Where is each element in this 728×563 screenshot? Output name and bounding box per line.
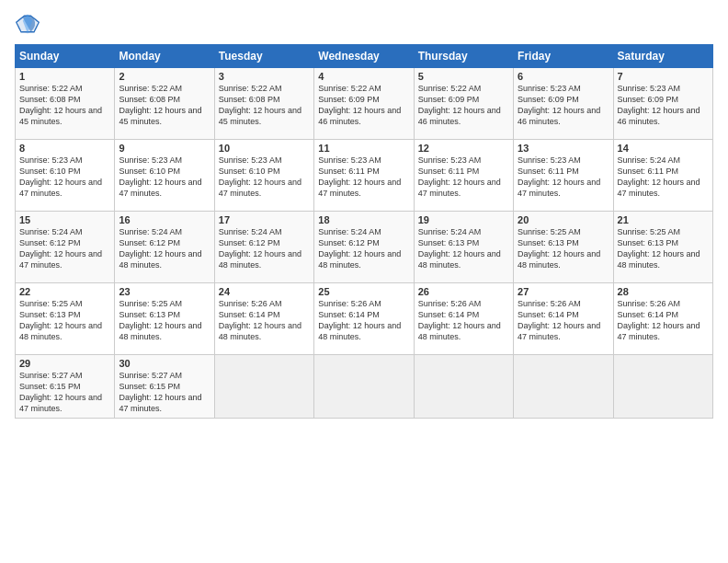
logo-icon [15,11,40,37]
calendar-header-row: Sunday Monday Tuesday Wednesday Thursday… [16,45,713,68]
day-number: 23 [119,286,210,297]
table-row: 21Sunrise: 5:25 AM Sunset: 6:13 PM Dayli… [613,212,712,283]
day-number: 22 [19,286,110,297]
day-number: 30 [119,358,210,369]
day-info: Sunrise: 5:25 AM Sunset: 6:13 PM Dayligh… [119,298,210,343]
col-monday: Monday [115,45,214,68]
table-row: 13Sunrise: 5:23 AM Sunset: 6:11 PM Dayli… [514,140,613,212]
table-row: 17Sunrise: 5:24 AM Sunset: 6:12 PM Dayli… [214,212,313,283]
col-saturday: Saturday [613,45,712,68]
day-info: Sunrise: 5:24 AM Sunset: 6:12 PM Dayligh… [219,226,310,271]
day-info: Sunrise: 5:22 AM Sunset: 6:08 PM Dayligh… [19,83,110,128]
day-info: Sunrise: 5:25 AM Sunset: 6:13 PM Dayligh… [618,226,709,271]
day-info: Sunrise: 5:24 AM Sunset: 6:11 PM Dayligh… [618,155,709,200]
col-sunday: Sunday [16,45,115,68]
day-number: 4 [318,71,409,82]
day-info: Sunrise: 5:23 AM Sunset: 6:10 PM Dayligh… [119,155,210,200]
day-number: 27 [518,286,609,297]
day-info: Sunrise: 5:23 AM Sunset: 6:11 PM Dayligh… [418,155,509,200]
table-row: 30Sunrise: 5:27 AM Sunset: 6:15 PM Dayli… [115,355,214,419]
day-number: 18 [318,214,409,225]
day-number: 26 [418,286,509,297]
table-row: 7Sunrise: 5:23 AM Sunset: 6:09 PM Daylig… [613,68,712,140]
day-info: Sunrise: 5:22 AM Sunset: 6:08 PM Dayligh… [119,83,210,128]
day-number: 9 [119,143,210,154]
day-info: Sunrise: 5:22 AM Sunset: 6:09 PM Dayligh… [318,83,409,128]
day-number: 12 [418,143,509,154]
table-row: 26Sunrise: 5:26 AM Sunset: 6:14 PM Dayli… [414,283,513,355]
day-number: 21 [618,214,709,225]
day-info: Sunrise: 5:27 AM Sunset: 6:15 PM Dayligh… [119,370,210,415]
table-row [613,355,712,419]
table-row: 23Sunrise: 5:25 AM Sunset: 6:13 PM Dayli… [115,283,214,355]
day-number: 11 [318,143,409,154]
table-row: 22Sunrise: 5:25 AM Sunset: 6:13 PM Dayli… [16,283,115,355]
day-number: 17 [219,214,310,225]
day-info: Sunrise: 5:26 AM Sunset: 6:14 PM Dayligh… [318,298,409,343]
table-row [414,355,513,419]
day-info: Sunrise: 5:23 AM Sunset: 6:09 PM Dayligh… [618,83,709,128]
day-info: Sunrise: 5:26 AM Sunset: 6:14 PM Dayligh… [219,298,310,343]
day-number: 19 [418,214,509,225]
day-info: Sunrise: 5:25 AM Sunset: 6:13 PM Dayligh… [19,298,110,343]
day-number: 24 [219,286,310,297]
day-info: Sunrise: 5:26 AM Sunset: 6:14 PM Dayligh… [418,298,509,343]
table-row: 16Sunrise: 5:24 AM Sunset: 6:12 PM Dayli… [115,212,214,283]
table-row: 1Sunrise: 5:22 AM Sunset: 6:08 PM Daylig… [16,68,115,140]
day-info: Sunrise: 5:23 AM Sunset: 6:10 PM Dayligh… [19,155,110,200]
day-info: Sunrise: 5:27 AM Sunset: 6:15 PM Dayligh… [19,370,110,415]
table-row: 5Sunrise: 5:22 AM Sunset: 6:09 PM Daylig… [414,68,513,140]
table-row: 12Sunrise: 5:23 AM Sunset: 6:11 PM Dayli… [414,140,513,212]
day-number: 14 [618,143,709,154]
table-row: 9Sunrise: 5:23 AM Sunset: 6:10 PM Daylig… [115,140,214,212]
table-row: 14Sunrise: 5:24 AM Sunset: 6:11 PM Dayli… [613,140,712,212]
table-row: 18Sunrise: 5:24 AM Sunset: 6:12 PM Dayli… [314,212,414,283]
logo [15,11,44,37]
table-row [314,355,414,419]
day-info: Sunrise: 5:23 AM Sunset: 6:10 PM Dayligh… [219,155,310,200]
day-number: 28 [618,286,709,297]
day-info: Sunrise: 5:25 AM Sunset: 6:13 PM Dayligh… [518,226,609,271]
table-row [214,355,313,419]
day-info: Sunrise: 5:24 AM Sunset: 6:12 PM Dayligh… [19,226,110,271]
day-number: 1 [19,71,110,82]
day-number: 25 [318,286,409,297]
table-row: 27Sunrise: 5:26 AM Sunset: 6:14 PM Dayli… [514,283,613,355]
col-wednesday: Wednesday [314,45,414,68]
col-friday: Friday [514,45,613,68]
day-info: Sunrise: 5:23 AM Sunset: 6:09 PM Dayligh… [518,83,609,128]
day-number: 20 [518,214,609,225]
table-row: 25Sunrise: 5:26 AM Sunset: 6:14 PM Dayli… [314,283,414,355]
day-number: 8 [19,143,110,154]
col-tuesday: Tuesday [214,45,313,68]
table-row: 29Sunrise: 5:27 AM Sunset: 6:15 PM Dayli… [16,355,115,419]
day-info: Sunrise: 5:24 AM Sunset: 6:12 PM Dayligh… [318,226,409,271]
table-row: 4Sunrise: 5:22 AM Sunset: 6:09 PM Daylig… [314,68,414,140]
day-info: Sunrise: 5:24 AM Sunset: 6:12 PM Dayligh… [119,226,210,271]
day-number: 15 [19,214,110,225]
table-row: 24Sunrise: 5:26 AM Sunset: 6:14 PM Dayli… [214,283,313,355]
day-number: 29 [19,358,110,369]
day-info: Sunrise: 5:23 AM Sunset: 6:11 PM Dayligh… [318,155,409,200]
day-info: Sunrise: 5:26 AM Sunset: 6:14 PM Dayligh… [518,298,609,343]
day-info: Sunrise: 5:23 AM Sunset: 6:11 PM Dayligh… [518,155,609,200]
day-info: Sunrise: 5:22 AM Sunset: 6:08 PM Dayligh… [219,83,310,128]
page-header [15,11,713,37]
day-number: 6 [518,71,609,82]
calendar-page: Sunday Monday Tuesday Wednesday Thursday… [0,0,728,563]
day-number: 13 [518,143,609,154]
table-row: 3Sunrise: 5:22 AM Sunset: 6:08 PM Daylig… [214,68,313,140]
day-number: 3 [219,71,310,82]
col-thursday: Thursday [414,45,513,68]
table-row: 20Sunrise: 5:25 AM Sunset: 6:13 PM Dayli… [514,212,613,283]
table-row: 15Sunrise: 5:24 AM Sunset: 6:12 PM Dayli… [16,212,115,283]
day-info: Sunrise: 5:26 AM Sunset: 6:14 PM Dayligh… [618,298,709,343]
day-number: 16 [119,214,210,225]
day-number: 7 [618,71,709,82]
day-number: 2 [119,71,210,82]
table-row: 6Sunrise: 5:23 AM Sunset: 6:09 PM Daylig… [514,68,613,140]
table-row: 28Sunrise: 5:26 AM Sunset: 6:14 PM Dayli… [613,283,712,355]
table-row [514,355,613,419]
table-row: 2Sunrise: 5:22 AM Sunset: 6:08 PM Daylig… [115,68,214,140]
table-row: 10Sunrise: 5:23 AM Sunset: 6:10 PM Dayli… [214,140,313,212]
